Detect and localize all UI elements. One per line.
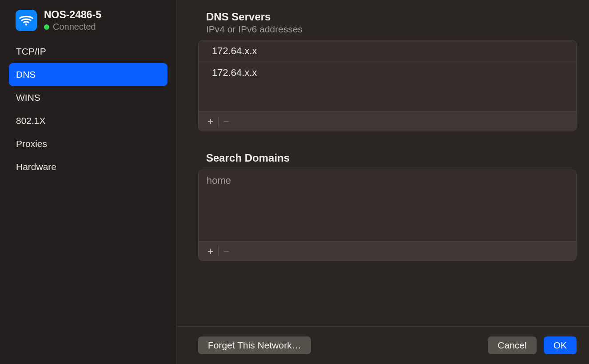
bottom-bar: Forget This Network… Cancel OK — [177, 326, 589, 364]
main-panel: DNS Servers IPv4 or IPv6 addresses 172.6… — [177, 0, 589, 364]
network-status: Connected — [44, 22, 101, 32]
dns-title: DNS Servers — [206, 11, 577, 23]
status-label: Connected — [53, 22, 96, 32]
search-domains-section: Search Domains home + − — [198, 152, 577, 261]
search-domains-list: home + − — [198, 170, 577, 261]
content: DNS Servers IPv4 or IPv6 addresses 172.6… — [198, 11, 577, 326]
dns-subtitle: IPv4 or IPv6 addresses — [206, 24, 577, 35]
wifi-icon — [16, 10, 37, 31]
status-dot-icon — [44, 24, 49, 30]
tab-proxies[interactable]: Proxies — [9, 132, 167, 155]
search-domain-row[interactable]: home — [199, 170, 576, 191]
network-info: NOS-2486-5 Connected — [44, 9, 101, 32]
ok-button[interactable]: OK — [544, 336, 577, 354]
tab-dns[interactable]: DNS — [9, 63, 167, 86]
tab-hardware[interactable]: Hardware — [9, 155, 167, 178]
svg-point-0 — [25, 24, 28, 26]
search-domains-title: Search Domains — [206, 152, 577, 164]
tab-list: TCP/IPDNSWINS802.1XProxiesHardware — [0, 40, 176, 178]
dns-list-footer: + − — [199, 111, 576, 131]
dns-list-body[interactable]: 172.64.x.x172.64.x.x — [199, 40, 576, 111]
cancel-button[interactable]: Cancel — [488, 336, 536, 354]
dns-add-button[interactable]: + — [203, 115, 218, 129]
search-list-body[interactable]: home — [199, 170, 576, 241]
dns-server-row[interactable]: 172.64.x.x — [199, 40, 576, 62]
search-add-button[interactable]: + — [203, 244, 218, 258]
search-remove-button[interactable]: − — [219, 244, 234, 258]
sidebar: NOS-2486-5 Connected TCP/IPDNSWINS802.1X… — [0, 0, 177, 364]
dns-servers-list: 172.64.x.x172.64.x.x + − — [198, 40, 577, 131]
tab-tcp-ip[interactable]: TCP/IP — [9, 40, 167, 63]
network-header: NOS-2486-5 Connected — [0, 9, 176, 40]
tab-wins[interactable]: WINS — [9, 86, 167, 109]
tab-802-1x[interactable]: 802.1X — [9, 109, 167, 132]
network-name: NOS-2486-5 — [44, 9, 101, 21]
dns-server-row[interactable]: 172.64.x.x — [199, 62, 576, 83]
search-list-footer: + − — [199, 241, 576, 261]
forget-network-button[interactable]: Forget This Network… — [198, 336, 311, 354]
dns-remove-button[interactable]: − — [219, 115, 234, 129]
